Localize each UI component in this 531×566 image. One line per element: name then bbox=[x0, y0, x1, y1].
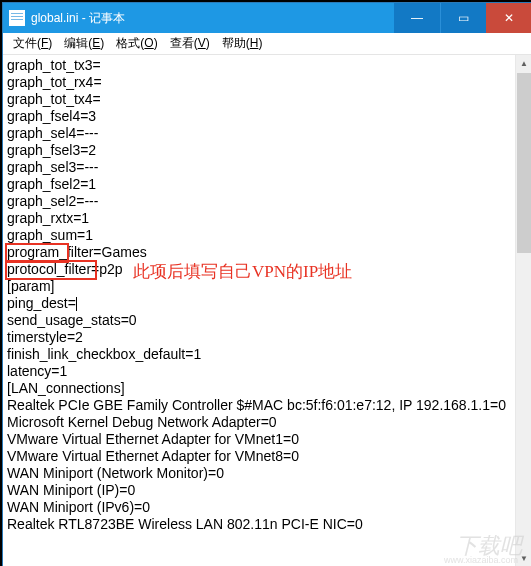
menu-bar: 文件(F) 编辑(E) 格式(O) 查看(V) 帮助(H) bbox=[3, 33, 531, 55]
vertical-scrollbar[interactable]: ▲ ▼ bbox=[515, 55, 531, 566]
minimize-button[interactable]: — bbox=[394, 3, 440, 33]
scroll-up-button[interactable]: ▲ bbox=[516, 55, 531, 72]
menu-format[interactable]: 格式(O) bbox=[110, 33, 163, 54]
title-bar[interactable]: global.ini - 记事本 — ▭ ✕ bbox=[3, 3, 531, 33]
text-editor[interactable]: graph_tot_tx3= graph_tot_rx4= graph_tot_… bbox=[3, 55, 515, 566]
menu-file[interactable]: 文件(F) bbox=[7, 33, 58, 54]
scroll-thumb[interactable] bbox=[517, 73, 531, 253]
notepad-icon bbox=[9, 10, 25, 26]
window-controls: — ▭ ✕ bbox=[394, 3, 531, 33]
window-title: global.ini - 记事本 bbox=[29, 10, 394, 27]
close-button[interactable]: ✕ bbox=[486, 3, 531, 33]
notepad-window: global.ini - 记事本 — ▭ ✕ 文件(F) 编辑(E) 格式(O)… bbox=[2, 2, 531, 566]
menu-help[interactable]: 帮助(H) bbox=[216, 33, 269, 54]
maximize-button[interactable]: ▭ bbox=[440, 3, 486, 33]
menu-view[interactable]: 查看(V) bbox=[164, 33, 216, 54]
menu-edit[interactable]: 编辑(E) bbox=[58, 33, 110, 54]
scroll-down-button[interactable]: ▼ bbox=[516, 550, 531, 566]
content-area: graph_tot_tx3= graph_tot_rx4= graph_tot_… bbox=[3, 55, 531, 566]
